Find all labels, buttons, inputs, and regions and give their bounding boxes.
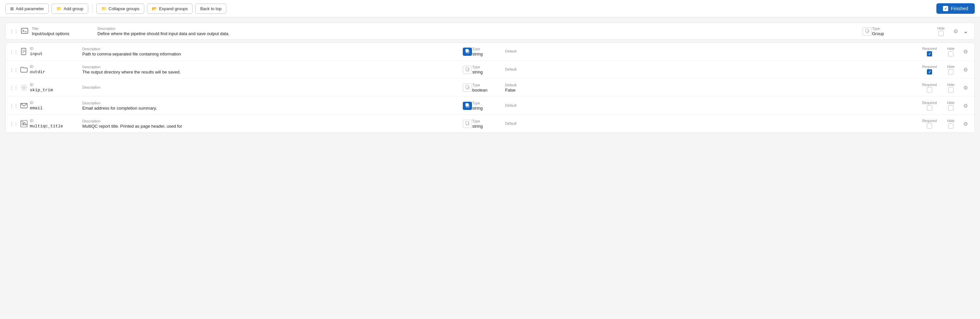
param-hide-checkbox[interactable] bbox=[941, 87, 961, 93]
collapse-groups-button[interactable]: 📁 Collapse groups bbox=[96, 3, 144, 14]
param-hide-checkbox[interactable] bbox=[941, 51, 961, 56]
param-copy-btn-col bbox=[463, 120, 472, 128]
param-drag-handle[interactable]: ⋮⋮ bbox=[10, 49, 18, 54]
param-description-value: The output directory where the results w… bbox=[82, 70, 181, 75]
group-hide-col: Hide bbox=[931, 26, 951, 36]
param-default-col: Default bbox=[505, 67, 538, 72]
back-to-top-button[interactable]: Back to top bbox=[195, 3, 226, 14]
param-settings-button[interactable]: ⚙ bbox=[962, 101, 969, 110]
description-label: Description bbox=[82, 65, 463, 69]
finished-check-icon bbox=[943, 6, 948, 11]
hide-label: Hide bbox=[941, 65, 961, 69]
svg-rect-17 bbox=[466, 104, 468, 106]
param-required-col: Required bbox=[918, 119, 941, 129]
group-drag-handle[interactable]: ⋮⋮ bbox=[10, 29, 18, 34]
expand-groups-label: Expand groups bbox=[159, 6, 188, 11]
expand-groups-button[interactable]: 📂 Expand groups bbox=[147, 3, 192, 14]
hide-label: Hide bbox=[931, 26, 951, 30]
param-default-value: False bbox=[505, 88, 515, 93]
param-required-checkbox[interactable] bbox=[918, 123, 941, 129]
param-hide-checkbox[interactable] bbox=[941, 105, 961, 111]
param-settings-button[interactable]: ⚙ bbox=[962, 120, 969, 128]
param-type-col: Type string bbox=[472, 101, 505, 111]
id-label: ID bbox=[30, 101, 82, 105]
group-hide-checkbox[interactable] bbox=[931, 31, 951, 36]
param-description-value: Email address for completion summary. bbox=[82, 106, 157, 111]
param-required-col: Required bbox=[918, 83, 941, 93]
param-hide-col: Hide bbox=[941, 119, 961, 129]
param-settings-button[interactable]: ⚙ bbox=[962, 47, 969, 56]
default-label: Default bbox=[505, 83, 538, 87]
param-copy-button[interactable] bbox=[463, 84, 472, 92]
param-copy-btn-col bbox=[463, 102, 472, 110]
param-required-checkbox[interactable] bbox=[918, 87, 941, 93]
param-drag-handle[interactable]: ⋮⋮ bbox=[10, 121, 18, 126]
svg-rect-22 bbox=[466, 121, 468, 124]
param-drag-handle[interactable]: ⋮⋮ bbox=[10, 85, 18, 90]
param-settings-col: ⚙ bbox=[961, 120, 970, 128]
group-expand-button[interactable]: ⌄ bbox=[962, 26, 969, 36]
add-group-button[interactable]: 📁 Add group bbox=[51, 3, 88, 14]
finished-button[interactable]: Finished bbox=[936, 3, 975, 14]
param-type-col: Type string bbox=[472, 47, 505, 56]
svg-point-12 bbox=[23, 87, 25, 89]
id-label: ID bbox=[30, 46, 82, 51]
type-label: Type bbox=[472, 101, 505, 105]
type-label: Type bbox=[472, 47, 505, 51]
param-type-value: string bbox=[472, 51, 483, 56]
add-parameter-icon: ⊞ bbox=[10, 6, 14, 11]
param-hide-col: Hide bbox=[941, 83, 961, 93]
param-default-col: Default False bbox=[505, 83, 538, 93]
param-hide-checkbox[interactable] bbox=[941, 69, 961, 75]
param-description-value: Path to comma-separated file containing … bbox=[82, 51, 181, 56]
param-drag-handle[interactable]: ⋮⋮ bbox=[10, 67, 18, 72]
param-settings-button[interactable]: ⚙ bbox=[962, 65, 969, 74]
param-icon-mail bbox=[18, 103, 30, 108]
param-copy-button[interactable] bbox=[463, 65, 472, 74]
param-required-col: Required bbox=[918, 101, 941, 111]
group-settings-col: ⚙ bbox=[951, 27, 961, 36]
param-default-col: Default bbox=[505, 104, 538, 108]
param-row: ⋮⋮ A B ID multiqc_title Description Mult… bbox=[6, 115, 974, 132]
title-label: Title bbox=[32, 27, 97, 30]
back-to-top-label: Back to top bbox=[200, 6, 221, 11]
param-settings-button[interactable]: ⚙ bbox=[962, 83, 969, 92]
param-description-col: Description The output directory where t… bbox=[82, 65, 463, 75]
group-description-col: Description Define where the pipeline sh… bbox=[97, 27, 862, 36]
param-type-value: string bbox=[472, 70, 483, 75]
param-row: ⋮⋮ ID email Description Email address fo… bbox=[6, 97, 974, 115]
svg-rect-14 bbox=[466, 85, 468, 88]
id-label: ID bbox=[30, 119, 82, 123]
param-copy-button[interactable] bbox=[463, 102, 472, 110]
group-title-col: Title Input/output options bbox=[32, 27, 97, 36]
param-copy-button[interactable] bbox=[463, 48, 472, 56]
param-required-checkbox[interactable] bbox=[918, 69, 941, 75]
param-settings-col: ⚙ bbox=[961, 65, 970, 74]
param-required-checkbox[interactable] bbox=[918, 105, 941, 111]
separator bbox=[92, 4, 92, 13]
svg-rect-0 bbox=[21, 28, 28, 33]
svg-text:B: B bbox=[22, 121, 23, 123]
group-copy-button[interactable] bbox=[862, 27, 872, 35]
svg-rect-11 bbox=[466, 67, 468, 70]
param-hide-checkbox[interactable] bbox=[941, 123, 961, 129]
default-label: Default bbox=[505, 104, 538, 107]
default-label: Default bbox=[505, 121, 538, 125]
param-description-col: Description Email address for completion… bbox=[82, 101, 463, 111]
type-label: Type bbox=[472, 65, 505, 69]
param-required-col: Required bbox=[918, 65, 941, 75]
param-drag-handle[interactable]: ⋮⋮ bbox=[10, 104, 18, 108]
param-default-col: Default bbox=[505, 121, 538, 126]
param-settings-col: ⚙ bbox=[961, 47, 970, 56]
group-type-col: Type Group bbox=[872, 27, 931, 36]
param-id-value: skip_trim bbox=[30, 88, 53, 93]
description-label: Description bbox=[82, 85, 463, 89]
param-icon-cog bbox=[18, 85, 30, 91]
param-required-checkbox[interactable] bbox=[918, 51, 941, 56]
add-parameter-button[interactable]: ⊞ Add parameter bbox=[5, 3, 49, 14]
param-copy-button[interactable] bbox=[463, 120, 472, 128]
add-group-icon: 📁 bbox=[56, 6, 62, 11]
required-label: Required bbox=[918, 46, 941, 51]
group-settings-button[interactable]: ⚙ bbox=[952, 27, 959, 36]
param-id-col: ID input bbox=[30, 46, 82, 56]
